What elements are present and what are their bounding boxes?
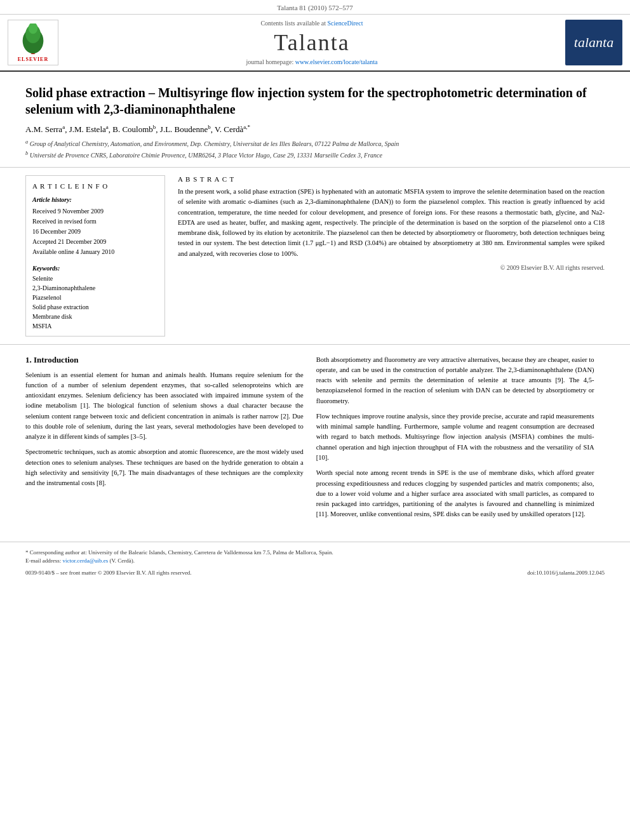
journal-center: Contents lists available at ScienceDirec… — [65, 20, 559, 65]
revised-label: Received in revised form — [32, 217, 158, 227]
elsevier-text: ELSEVIER — [18, 57, 48, 62]
keyword-5: Membrane disk — [32, 312, 158, 321]
keyword-3: Piazselenol — [32, 293, 158, 302]
revised-date: 16 December 2009 — [32, 227, 158, 237]
history-label: Article history: — [32, 195, 158, 205]
journal-title: Talanta — [274, 29, 349, 56]
page-footer: * Corresponding author at: University of… — [0, 542, 630, 582]
keyword-1: Selenite — [32, 274, 158, 283]
corresponding-note: * Corresponding author at: University of… — [25, 549, 605, 557]
journal-homepage: journal homepage: www.elsevier.com/locat… — [246, 58, 377, 65]
affiliations: a Group of Analytical Chemistry, Automat… — [25, 138, 605, 160]
email-link[interactable]: victor.cerda@uib.es — [62, 557, 108, 564]
affiliation-b: b Université de Provence CNRS, Laboratoi… — [25, 150, 605, 160]
footer-bottom: 0039-9140/$ – see front matter © 2009 El… — [25, 570, 605, 576]
email-note: E-mail address: victor.cerda@uib.es (V. … — [25, 557, 605, 566]
keywords-label: Keywords: — [32, 263, 158, 274]
journal-header: ELSEVIER Contents lists available at Sci… — [0, 15, 630, 72]
page: Talanta 81 (2010) 572–577 ELSEVIER Conte… — [0, 0, 630, 840]
intro-paragraph-2: Spectrometric techniques, such as atomic… — [25, 447, 304, 488]
talanta-logo-box: talanta — [565, 20, 622, 65]
doi-text: doi:10.1016/j.talanta.2009.12.045 — [527, 570, 605, 576]
keyword-2: 2,3-Diaminonaphthalene — [32, 283, 158, 293]
issn-text: 0039-9140/$ – see front matter © 2009 El… — [25, 570, 192, 576]
right-paragraph-3: Worth special note among recent trends i… — [316, 468, 594, 519]
article-info-abstract: A R T I C L E I N F O Article history: R… — [0, 168, 630, 345]
citation-text: Talanta 81 (2010) 572–577 — [277, 4, 352, 11]
right-paragraph-2: Flow techniques improve routine analysis… — [316, 411, 594, 463]
article-info-col: A R T I C L E I N F O Article history: R… — [25, 175, 165, 337]
intro-column: 1. Introduction Selenium is an essential… — [25, 355, 304, 525]
abstract-section: A B S T R A C T In the present work, a s… — [178, 175, 605, 337]
sciencedirect-line: Contents lists available at ScienceDirec… — [260, 20, 363, 27]
article-info-box: A R T I C L E I N F O Article history: R… — [25, 175, 165, 337]
journal-citation: Talanta 81 (2010) 572–577 — [0, 0, 630, 15]
intro-heading: 1. Introduction — [25, 355, 304, 365]
accepted-date: Accepted 21 December 2009 — [32, 237, 158, 247]
elsevier-logo: ELSEVIER — [8, 20, 58, 65]
keyword-6: MSFIA — [32, 321, 158, 331]
copyright-text: © 2009 Elsevier B.V. All rights reserved… — [178, 264, 605, 271]
right-paragraph-1: Both absorptiometry and fluorometry are … — [316, 355, 594, 406]
article-title: Solid phase extraction – Multisyringe fl… — [25, 84, 605, 117]
affiliation-a: a Group of Analytical Chemistry, Automat… — [25, 138, 605, 149]
talanta-logo-text: talanta — [574, 34, 613, 51]
right-column: Both absorptiometry and fluorometry are … — [316, 355, 594, 525]
received-date: Received 9 November 2009 — [32, 206, 158, 217]
article-info-label: A R T I C L E I N F O — [32, 181, 158, 192]
elsevier-tree-icon — [14, 23, 52, 55]
article-authors: A.M. Serraa, J.M. Estelaa, B. Coulombb, … — [25, 124, 605, 135]
abstract-label: A B S T R A C T — [178, 175, 605, 183]
article-header: Solid phase extraction – Multisyringe fl… — [0, 72, 630, 168]
homepage-link[interactable]: www.elsevier.com/locate/talanta — [295, 58, 378, 65]
abstract-text: In the present work, a solid phase extra… — [178, 187, 605, 259]
keywords-section: Keywords: Selenite 2,3-Diaminonaphthalen… — [32, 263, 158, 331]
sciencedirect-link[interactable]: ScienceDirect — [327, 20, 363, 27]
available-date: Available online 4 January 2010 — [32, 247, 158, 257]
keyword-4: Solid phase extraction — [32, 302, 158, 312]
intro-paragraph-1: Selenium is an essential element for hum… — [25, 370, 304, 443]
main-content: 1. Introduction Selenium is an essential… — [0, 345, 630, 535]
